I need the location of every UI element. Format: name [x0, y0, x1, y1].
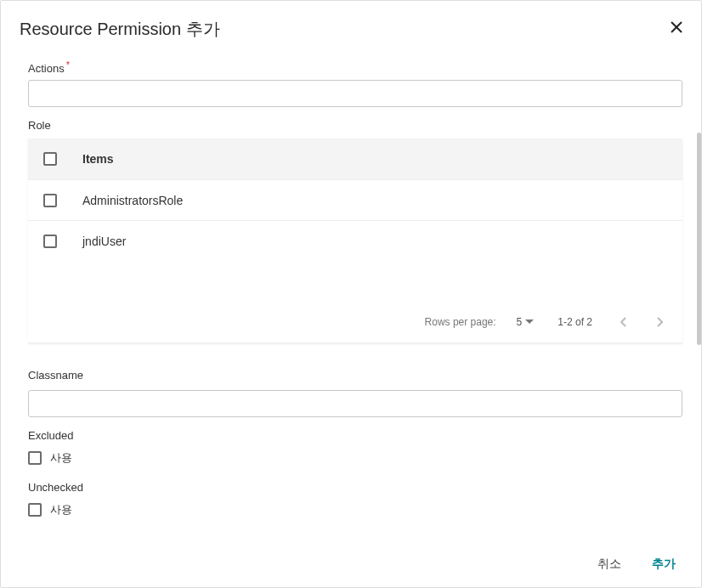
actions-input[interactable] — [28, 80, 682, 107]
classname-input[interactable] — [28, 390, 682, 417]
rows-per-page-label: Rows per page: — [425, 316, 496, 328]
cancel-button[interactable]: 취소 — [597, 557, 621, 572]
excluded-field: 사용 — [28, 450, 682, 466]
close-icon — [669, 20, 684, 35]
required-indicator: * — [66, 59, 70, 70]
chevron-right-icon — [657, 317, 664, 327]
excluded-checkbox-label: 사용 — [50, 450, 72, 466]
table-row: AdministratorsRole — [28, 179, 682, 220]
actions-label-text: Actions — [28, 62, 65, 75]
rows-per-page-value: 5 — [517, 316, 523, 328]
resource-permission-dialog: Resource Permission 추가 Actions* Role Ite… — [0, 0, 702, 588]
next-page-button[interactable] — [654, 314, 667, 331]
page-range: 1-2 of 2 — [558, 316, 592, 328]
rows-per-page-select[interactable]: 5 — [517, 316, 535, 328]
unchecked-checkbox[interactable] — [28, 503, 42, 517]
role-table: Items AdministratorsRole jndiUser Rows p… — [28, 139, 682, 343]
prev-page-button[interactable] — [616, 314, 630, 331]
chevron-left-icon — [620, 317, 626, 327]
dialog-footer: 취소 추가 — [20, 541, 686, 572]
row-name: AdministratorsRole — [82, 194, 183, 207]
unchecked-checkbox-label: 사용 — [50, 502, 72, 517]
unchecked-label: Unchecked — [28, 481, 682, 494]
select-all-checkbox[interactable] — [43, 152, 57, 166]
dialog-header: Resource Permission 추가 — [20, 18, 686, 41]
table-footer: Rows per page: 5 1-2 of 2 — [28, 303, 682, 342]
role-label: Role — [28, 119, 682, 132]
scrollbar-thumb[interactable] — [697, 133, 701, 345]
rows-per-page: Rows per page: 5 — [425, 316, 535, 328]
row-checkbox[interactable] — [43, 235, 57, 248]
dropdown-icon — [525, 319, 534, 325]
role-section: Role Items AdministratorsRole jndiUser R… — [28, 119, 682, 343]
unchecked-field: 사용 — [28, 502, 682, 517]
excluded-label: Excluded — [28, 429, 682, 442]
table-header-items: Items — [82, 152, 114, 166]
table-header: Items — [28, 139, 682, 179]
dialog-content: Actions* Role Items AdministratorsRole j… — [20, 59, 686, 541]
dialog-title: Resource Permission 추가 — [20, 18, 220, 41]
row-name: jndiUser — [82, 235, 126, 248]
submit-button[interactable]: 추가 — [652, 557, 676, 572]
actions-label: Actions* — [28, 59, 682, 75]
table-row: jndiUser — [28, 220, 682, 261]
excluded-checkbox[interactable] — [28, 451, 42, 465]
close-button[interactable] — [667, 18, 686, 37]
classname-label: Classname — [28, 369, 682, 382]
row-checkbox[interactable] — [43, 194, 57, 207]
